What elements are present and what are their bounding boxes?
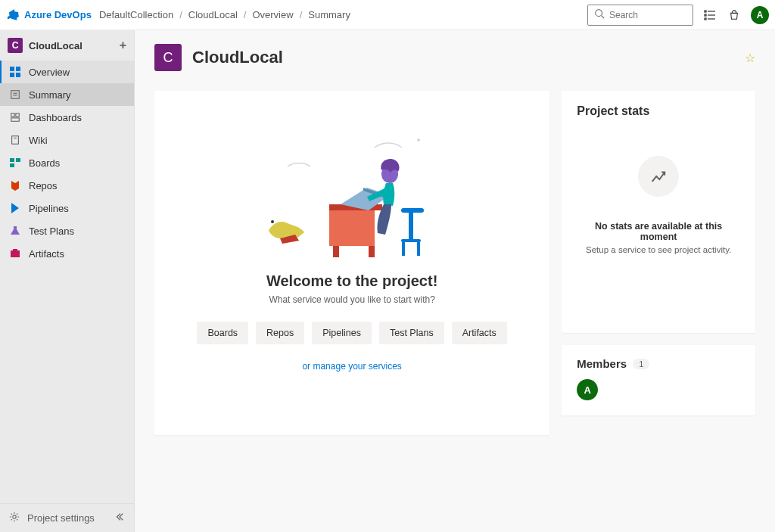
artifacts-icon [9, 247, 21, 260]
svg-point-25 [13, 515, 16, 518]
svg-rect-10 [10, 73, 14, 77]
repos-icon [9, 179, 21, 191]
project-stats-card: Project stats No stats are available at … [562, 91, 755, 333]
svg-rect-18 [12, 136, 19, 145]
azure-devops-logo-icon[interactable] [5, 7, 20, 22]
members-title-row: Members 1 [577, 357, 740, 370]
boards-icon [9, 157, 21, 169]
sidebar-item-label: Summary [29, 89, 71, 101]
sidebar-item-label: Pipelines [29, 203, 69, 214]
sidebar-item-label: Boards [29, 157, 60, 169]
sidebar-item-summary[interactable]: Summary [0, 83, 134, 106]
svg-rect-36 [402, 242, 405, 256]
members-title: Members [577, 357, 627, 370]
welcome-heading: Welcome to the project! [177, 272, 527, 290]
topbar: Azure DevOps DefaultCollection / CloudLo… [0, 0, 775, 30]
pipelines-icon [9, 202, 21, 214]
wiki-icon [9, 134, 21, 146]
svg-rect-15 [11, 114, 14, 117]
chart-placeholder-icon [638, 156, 679, 197]
welcome-subheading: What service would you like to start wit… [177, 294, 527, 305]
breadcrumb-sep: / [244, 9, 247, 20]
svg-rect-35 [401, 239, 421, 242]
main-body: Welcome to the project! What service wou… [135, 71, 775, 455]
svg-rect-34 [409, 213, 413, 239]
service-button-artifacts[interactable]: Artifacts [452, 322, 507, 344]
svg-rect-9 [16, 67, 20, 71]
work-items-icon[interactable] [702, 8, 717, 23]
svg-point-26 [417, 138, 420, 142]
svg-rect-8 [10, 67, 14, 71]
sidebar-item-overview[interactable]: Overview [0, 61, 134, 83]
summary-icon [9, 89, 21, 101]
shopping-bag-icon[interactable] [727, 8, 742, 23]
sidebar-spacer [0, 265, 134, 503]
service-button-test-plans[interactable]: Test Plans [379, 322, 444, 344]
sidebar-item-label: Repos [29, 180, 58, 191]
sidebar-item-label: Test Plans [29, 226, 74, 237]
service-button-boards[interactable]: Boards [197, 322, 248, 344]
add-icon[interactable]: + [120, 39, 126, 52]
manage-services-link[interactable]: or manage your services [177, 361, 527, 372]
svg-point-27 [271, 220, 274, 223]
stats-sub: Setup a service to see project activity. [577, 245, 740, 254]
topbar-right: A [587, 5, 769, 26]
project-name: CloudLocal [29, 40, 82, 51]
page-title: CloudLocal [192, 48, 283, 67]
sidebar-item-boards[interactable]: Boards [0, 151, 134, 174]
breadcrumb-sep: / [300, 9, 303, 20]
sidebar-item-artifacts[interactable]: Artifacts [0, 242, 134, 265]
members-card: Members 1 A [562, 345, 755, 415]
members-count-badge: 1 [633, 359, 649, 369]
search-input[interactable] [609, 10, 686, 20]
breadcrumb-item[interactable]: Overview [252, 9, 293, 20]
breadcrumb-item[interactable]: CloudLocal [188, 9, 238, 20]
service-button-pipelines[interactable]: Pipelines [312, 322, 372, 344]
brand-link[interactable]: Azure DevOps [24, 9, 92, 20]
sidebar: C CloudLocal + Overview Summary Dashboar… [0, 30, 135, 532]
stats-body: No stats are available at this moment Se… [577, 156, 740, 254]
svg-rect-16 [16, 114, 19, 117]
svg-rect-22 [10, 163, 14, 167]
svg-point-0 [596, 10, 602, 17]
sidebar-item-dashboards[interactable]: Dashboards [0, 106, 134, 129]
sidebar-item-repos[interactable]: Repos [0, 174, 134, 197]
svg-rect-2 [705, 11, 706, 12]
project-tile-large: C [154, 44, 182, 71]
sidebar-item-test-plans[interactable]: Test Plans [0, 219, 134, 242]
svg-rect-28 [329, 208, 375, 246]
main-header: C CloudLocal ☆ [135, 30, 775, 71]
breadcrumb-item[interactable]: Summary [308, 9, 350, 20]
welcome-card: Welcome to the project! What service wou… [154, 91, 549, 435]
right-column: Project stats No stats are available at … [562, 91, 755, 415]
user-avatar[interactable]: A [751, 6, 769, 24]
service-button-repos[interactable]: Repos [256, 322, 304, 344]
svg-rect-33 [401, 208, 424, 213]
svg-rect-21 [16, 158, 20, 162]
svg-rect-23 [11, 250, 20, 257]
sidebar-footer[interactable]: Project settings [0, 503, 134, 532]
svg-rect-12 [11, 91, 20, 99]
search-icon [594, 8, 609, 21]
breadcrumb-item[interactable]: DefaultCollection [99, 9, 173, 20]
svg-rect-6 [705, 18, 706, 20]
sidebar-item-pipelines[interactable]: Pipelines [0, 197, 134, 219]
favorite-star-icon[interactable]: ☆ [745, 51, 755, 65]
sidebar-item-label: Wiki [29, 135, 48, 146]
shell: C CloudLocal + Overview Summary Dashboar… [0, 30, 775, 532]
service-buttons-row: Boards Repos Pipelines Test Plans Artifa… [177, 322, 527, 344]
dashboards-icon [9, 111, 21, 123]
topbar-left: Azure DevOps DefaultCollection / CloudLo… [6, 8, 350, 22]
test-plans-icon [9, 225, 21, 237]
member-avatar[interactable]: A [577, 379, 598, 400]
search-box[interactable] [587, 5, 693, 26]
project-settings-label: Project settings [27, 512, 95, 524]
sidebar-item-wiki[interactable]: Wiki [0, 129, 134, 151]
breadcrumb: DefaultCollection / CloudLocal / Overvie… [99, 9, 350, 20]
project-row[interactable]: C CloudLocal + [0, 30, 134, 61]
svg-line-1 [602, 16, 605, 19]
collapse-icon[interactable] [114, 512, 125, 524]
stats-title: Project stats [577, 104, 740, 118]
svg-rect-11 [16, 73, 20, 77]
svg-rect-17 [11, 118, 20, 121]
